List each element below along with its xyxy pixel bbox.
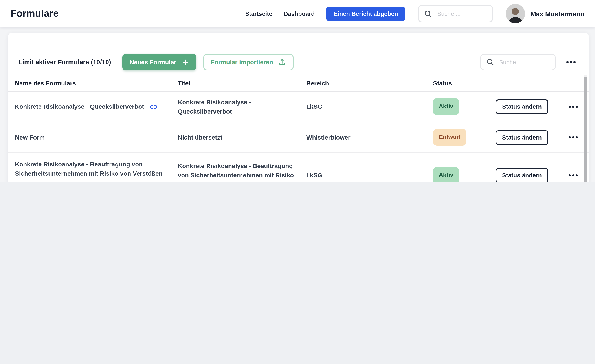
- form-name-cell: Konkrete Risikoanalyse - Quecksilberverb…: [15, 102, 178, 111]
- row-menu-icon[interactable]: [568, 134, 579, 141]
- submit-report-button[interactable]: Einen Bericht abgeben: [326, 6, 405, 21]
- row-menu-icon[interactable]: [568, 172, 579, 179]
- page: Formulare Startseite Dashboard Einen Ber…: [0, 0, 595, 182]
- app-bar: Formulare Startseite Dashboard Einen Ber…: [0, 0, 595, 27]
- table-options-menu-icon[interactable]: [566, 58, 576, 66]
- form-title: Nicht übersetzt: [178, 133, 306, 142]
- table-search[interactable]: [480, 54, 556, 71]
- form-name-cell: Konkrete Risikoanalyse - Beauftragung vo…: [15, 160, 178, 182]
- nav-item-dashboard[interactable]: Dashboard: [284, 10, 315, 17]
- table-search-input[interactable]: [498, 58, 552, 66]
- form-title: Konkrete Risikoanalyse - Quecksilberverb…: [178, 98, 306, 116]
- upload-icon: [278, 58, 286, 66]
- column-header-status: Status: [433, 79, 496, 86]
- link-icon[interactable]: [149, 102, 158, 111]
- import-form-button[interactable]: Formular importieren: [203, 54, 293, 71]
- search-icon: [424, 9, 432, 18]
- change-status-button[interactable]: Status ändern: [496, 130, 548, 145]
- form-name: Konkrete Risikoanalyse - Quecksilberverb…: [15, 102, 144, 111]
- column-header-name: Name des Formulars: [15, 79, 178, 86]
- form-title: Konkrete Risikoanalyse - Beauftragung vo…: [178, 162, 306, 182]
- avatar[interactable]: [506, 4, 525, 23]
- table-row: Konkrete Risikoanalyse - Quecksilberverb…: [8, 92, 589, 122]
- form-name-cell: New Form: [15, 133, 178, 142]
- change-status-button[interactable]: Status ändern: [496, 168, 548, 182]
- search-icon: [486, 58, 494, 66]
- forms-card: Limit aktiver Formulare (10/10) Neues Fo…: [8, 33, 589, 182]
- header-search[interactable]: [418, 5, 494, 22]
- header-search-input[interactable]: [436, 10, 490, 17]
- column-header-titel: Titel: [178, 79, 306, 86]
- main-nav: Startseite Dashboard: [245, 10, 315, 17]
- form-name: Konkrete Risikoanalyse - Beauftragung vo…: [15, 160, 168, 178]
- page-title: Formulare: [11, 8, 59, 19]
- status-badge: Aktiv: [433, 167, 459, 182]
- new-form-button-label: Neues Formular: [130, 58, 177, 66]
- table-header-row: Name des Formulars Titel Bereich Status: [8, 75, 589, 92]
- forms-table: Name des Formulars Titel Bereich Status …: [8, 75, 589, 182]
- new-form-button[interactable]: Neues Formular: [123, 54, 196, 71]
- plus-icon: [182, 58, 189, 66]
- form-bereich: LkSG: [306, 171, 433, 180]
- column-header-bereich: Bereich: [306, 79, 433, 86]
- user-name[interactable]: Max Mustermann: [531, 10, 584, 17]
- import-form-button-label: Formular importieren: [211, 58, 273, 66]
- active-forms-limit-label: Limit aktiver Formulare (10/10): [19, 58, 111, 66]
- table-row: Konkrete Risikoanalyse - Beauftragung vo…: [8, 153, 589, 182]
- form-name: New Form: [15, 133, 45, 142]
- status-badge: Aktiv: [433, 98, 459, 115]
- table-scrollbar-track[interactable]: [584, 75, 587, 182]
- nav-item-startseite[interactable]: Startseite: [245, 10, 272, 17]
- form-bereich: LkSG: [306, 102, 433, 111]
- change-status-button[interactable]: Status ändern: [496, 100, 548, 114]
- card-toolbar: Limit aktiver Formulare (10/10) Neues Fo…: [8, 33, 589, 74]
- row-menu-icon[interactable]: [568, 103, 579, 110]
- form-bereich: Whistlerblower: [306, 133, 433, 142]
- table-scrollbar-thumb[interactable]: [584, 77, 587, 182]
- status-badge: Entwurf: [433, 129, 467, 146]
- table-row: New Form Nicht übersetzt Whistlerblower …: [8, 122, 589, 153]
